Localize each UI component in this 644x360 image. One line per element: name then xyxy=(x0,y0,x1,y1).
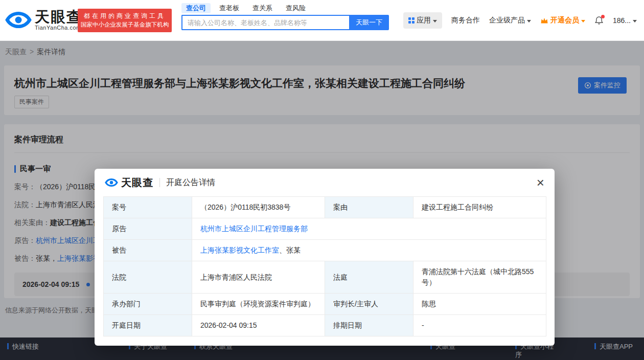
cell-value: （2026）沪0118民初3838号 xyxy=(192,197,325,218)
search-tab-boss[interactable]: 查老板 xyxy=(215,3,244,13)
nav-vip-label: 开通会员 xyxy=(550,16,579,25)
search-tabs: 查公司 查老板 查关系 查风险 xyxy=(181,3,389,13)
search-button[interactable]: 天眼一下 xyxy=(349,15,389,30)
search-tab-company[interactable]: 查公司 xyxy=(181,3,211,13)
cell-value: 青浦法院第十六法庭（城中北路555号） xyxy=(413,261,546,294)
nav-enterprise-products[interactable]: 企业级产品 xyxy=(489,16,531,25)
cell-label: 法院 xyxy=(104,261,192,294)
table-row: 被告 上海张某影视文化工作室、张某 xyxy=(104,240,546,261)
search-tab-risk[interactable]: 查风险 xyxy=(281,3,310,13)
cell-label: 法庭 xyxy=(325,261,413,294)
cell-value: 杭州市上城区企川工程管理服务部 xyxy=(192,218,546,240)
site-logo[interactable]: 天眼查 TianYanCha.com xyxy=(5,7,82,33)
nav-apps-label: 应用 xyxy=(417,16,431,25)
caret-down-icon xyxy=(527,20,531,22)
promo-line2: 国家中小企业发展子基金旗下机构 xyxy=(78,20,172,29)
notification-badge xyxy=(601,15,605,18)
plaintiff-link[interactable]: 杭州市上城区企川工程管理服务部 xyxy=(200,224,308,233)
table-row: 案号 （2026）沪0118民初3838号 案由 建设工程施工合同纠纷 xyxy=(104,197,546,218)
cell-value: - xyxy=(413,315,546,336)
search-bar: 天眼一下 xyxy=(181,15,389,30)
cell-label: 被告 xyxy=(104,240,192,261)
search-block: 查公司 查老板 查关系 查风险 天眼一下 xyxy=(181,3,389,30)
modal-title: 开庭公告详情 xyxy=(166,177,215,188)
cell-value: 上海张某影视文化工作室、张某 xyxy=(192,240,546,261)
nav-cooperation-label: 商务合作 xyxy=(451,16,480,25)
defendant-extra: 、张某 xyxy=(279,246,301,254)
header-nav: 应用 商务合作 企业级产品 开通会员 18 xyxy=(403,0,637,41)
nav-apps-menu[interactable]: 应用 xyxy=(403,12,442,29)
modal-divider xyxy=(159,178,160,187)
close-icon[interactable]: × xyxy=(537,176,544,189)
table-row: 开庭日期 2026-02-04 09:15 排期日期 - xyxy=(104,315,546,336)
search-input[interactable] xyxy=(181,15,349,30)
nav-vip-upgrade[interactable]: 开通会员 xyxy=(540,16,585,25)
cell-value: 陈思 xyxy=(413,294,546,315)
account-phone-label: 186... xyxy=(613,16,631,25)
cell-label: 案号 xyxy=(104,197,192,218)
cell-label: 审判长/主审人 xyxy=(325,294,413,315)
table-row: 法院 上海市青浦区人民法院 法庭 青浦法院第十六法庭（城中北路555号） xyxy=(104,261,546,294)
nav-account-menu[interactable]: 186... xyxy=(613,16,637,25)
table-row: 承办部门 民事审判庭（环境资源案件审判庭） 审判长/主审人 陈思 xyxy=(104,294,546,315)
defendant-link[interactable]: 上海张某影视文化工作室 xyxy=(200,246,279,254)
cell-value: 建设工程施工合同纠纷 xyxy=(413,197,546,218)
promo-banner: 都在用的商业查询工具 国家中小企业发展子基金旗下机构 xyxy=(78,9,172,32)
cell-label: 案由 xyxy=(325,197,413,218)
cell-value: 上海市青浦区人民法院 xyxy=(192,261,325,294)
notifications-bell[interactable] xyxy=(594,16,604,25)
caret-down-icon xyxy=(581,20,585,22)
nav-business-cooperation[interactable]: 商务合作 xyxy=(451,16,480,25)
apps-grid-icon xyxy=(408,17,415,24)
cell-label: 开庭日期 xyxy=(104,315,192,336)
table-row: 原告 杭州市上城区企川工程管理服务部 xyxy=(104,218,546,240)
tianyancha-logo-icon xyxy=(105,176,118,189)
modal-brand: 天眼查 xyxy=(121,176,153,190)
promo-line1: 都在用的商业查询工具 xyxy=(78,12,172,20)
brand-domain: TianYanCha.com xyxy=(35,25,82,31)
modal-header: 天眼查 开庭公告详情 × xyxy=(95,169,555,196)
cell-label: 承办部门 xyxy=(104,294,192,315)
cell-label: 原告 xyxy=(104,218,192,240)
nav-enterprise-label: 企业级产品 xyxy=(489,16,525,25)
site-header: 天眼查 TianYanCha.com 都在用的商业查询工具 国家中小企业发展子基… xyxy=(0,0,644,41)
brand-name: 天眼查 xyxy=(35,9,82,25)
logo-text: 天眼查 TianYanCha.com xyxy=(35,9,82,31)
caret-down-icon xyxy=(633,20,637,22)
caret-down-icon xyxy=(433,20,437,22)
cell-label: 排期日期 xyxy=(325,315,413,336)
cell-value: 民事审判庭（环境资源案件审判庭） xyxy=(192,294,325,315)
hearing-detail-table: 案号 （2026）沪0118民初3838号 案由 建设工程施工合同纠纷 原告 杭… xyxy=(103,196,546,336)
hearing-announcement-modal: 天眼查 开庭公告详情 × 案号 （2026）沪0118民初3838号 案由 建设… xyxy=(95,169,555,346)
crown-icon xyxy=(540,17,548,24)
search-tab-relation[interactable]: 查关系 xyxy=(248,3,277,13)
cell-value: 2026-02-04 09:15 xyxy=(192,315,325,336)
tianyancha-logo-icon xyxy=(5,7,32,33)
